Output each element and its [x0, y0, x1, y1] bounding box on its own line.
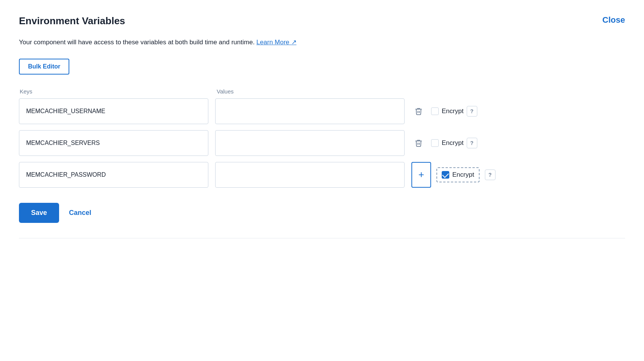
encrypt-checkbox[interactable]: [442, 171, 449, 179]
header-row: Environment Variables Close: [19, 15, 625, 27]
page-title: Environment Variables: [19, 15, 125, 27]
cancel-button[interactable]: Cancel: [69, 209, 91, 217]
help-button[interactable]: ?: [467, 106, 477, 117]
description-text: Your component will have access to these…: [19, 39, 255, 46]
encrypt-label: Encrypt: [452, 171, 474, 179]
key-input[interactable]: [19, 162, 208, 188]
env-row: Encrypt ?: [19, 130, 625, 156]
learn-more-link[interactable]: Learn More ↗: [256, 39, 297, 46]
page-container: Environment Variables Close Your compone…: [0, 0, 644, 361]
key-input[interactable]: [19, 98, 208, 124]
encrypt-dashed-area: Encrypt: [436, 167, 480, 182]
bottom-divider: [19, 238, 625, 238]
action-area: Encrypt ?: [411, 104, 477, 118]
plus-icon: +: [418, 169, 424, 180]
encrypt-label: Encrypt: [442, 139, 464, 147]
close-button[interactable]: Close: [602, 15, 625, 25]
env-row: + Encrypt ?: [19, 162, 625, 188]
value-input[interactable]: [215, 130, 405, 156]
delete-button[interactable]: [411, 104, 426, 118]
encrypt-area: Encrypt ?: [431, 106, 477, 117]
value-input[interactable]: [215, 98, 405, 124]
action-area: Encrypt ?: [411, 136, 477, 150]
env-row: Encrypt ?: [19, 98, 625, 124]
values-column-label: Values: [217, 88, 234, 95]
save-button[interactable]: Save: [19, 203, 59, 223]
encrypt-checkbox[interactable]: [431, 139, 439, 147]
column-labels: Keys Values: [19, 88, 625, 95]
bulk-editor-button[interactable]: Bulk Editor: [19, 59, 69, 75]
keys-column-label: Keys: [20, 88, 217, 95]
key-input[interactable]: [19, 130, 208, 156]
action-area: + Encrypt ?: [411, 162, 496, 188]
footer-row: Save Cancel: [19, 203, 625, 223]
value-input[interactable]: [215, 162, 405, 188]
encrypt-checkbox[interactable]: [431, 107, 439, 115]
help-button[interactable]: ?: [467, 138, 477, 148]
env-rows-container: Encrypt ?: [19, 98, 625, 188]
encrypt-label: Encrypt: [442, 107, 464, 115]
description-row: Your component will have access to these…: [19, 37, 625, 47]
delete-button[interactable]: [411, 136, 426, 150]
encrypt-area: Encrypt ?: [431, 138, 477, 148]
help-button[interactable]: ?: [485, 170, 496, 180]
add-row-button[interactable]: +: [411, 162, 431, 188]
